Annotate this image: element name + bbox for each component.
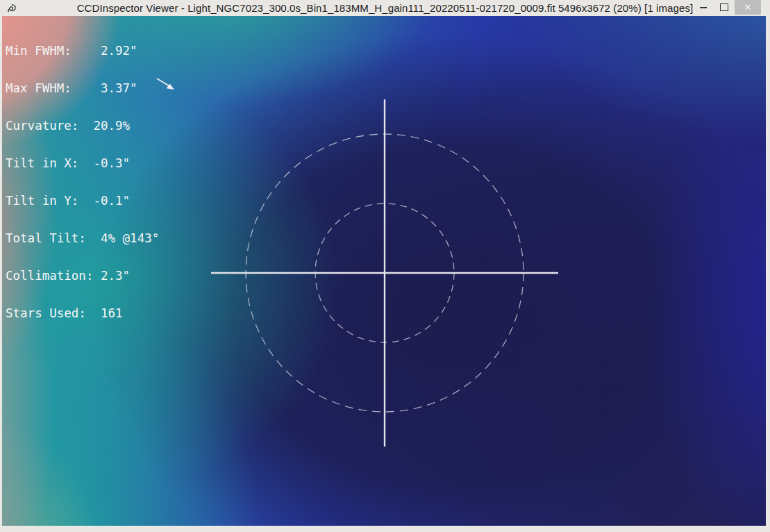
- galaxy-spiral-glyph: [6, 3, 17, 14]
- stat-line-curvature: Curvature: 20.9%: [6, 119, 159, 132]
- stat-line-max-fwhm: Max FWHM: 3.37": [6, 82, 159, 94]
- curvature-map-canvas[interactable]: Min FWHM: 2.92" Max FWHM: 3.37" Curvatur…: [2, 16, 766, 526]
- ccdinspector-viewer-window: CCDInspector Viewer - Light_NGC7023_300.…: [0, 0, 770, 532]
- minimize-button[interactable]: [693, 0, 714, 15]
- app-galaxy-icon[interactable]: [6, 2, 17, 14]
- close-button[interactable]: ✕: [735, 0, 761, 15]
- minimize-icon: [700, 7, 707, 8]
- window-controls: ✕: [693, 0, 761, 15]
- stat-line-total-tilt: Total Tilt: 4% @143°: [6, 232, 159, 244]
- stat-line-min-fwhm: Min FWHM: 2.92": [6, 44, 159, 57]
- tilt-direction-arrow-icon: [157, 78, 174, 90]
- stat-line-tilt-x: Tilt in X: -0.3": [6, 157, 159, 169]
- window-title: CCDInspector Viewer - Light_NGC7023_300.…: [76, 0, 694, 16]
- maximize-button[interactable]: [714, 0, 735, 15]
- title-bar[interactable]: CCDInspector Viewer - Light_NGC7023_300.…: [0, 0, 770, 16]
- stat-line-tilt-y: Tilt in Y: -0.1": [6, 194, 159, 207]
- maximize-icon: [720, 3, 728, 11]
- close-icon: ✕: [744, 0, 752, 15]
- stat-line-collimation: Collimation: 2.3": [6, 269, 159, 282]
- stats-overlay: Min FWHM: 2.92" Max FWHM: 3.37" Curvatur…: [6, 19, 159, 344]
- stat-line-stars-used: Stars Used: 161: [6, 307, 159, 319]
